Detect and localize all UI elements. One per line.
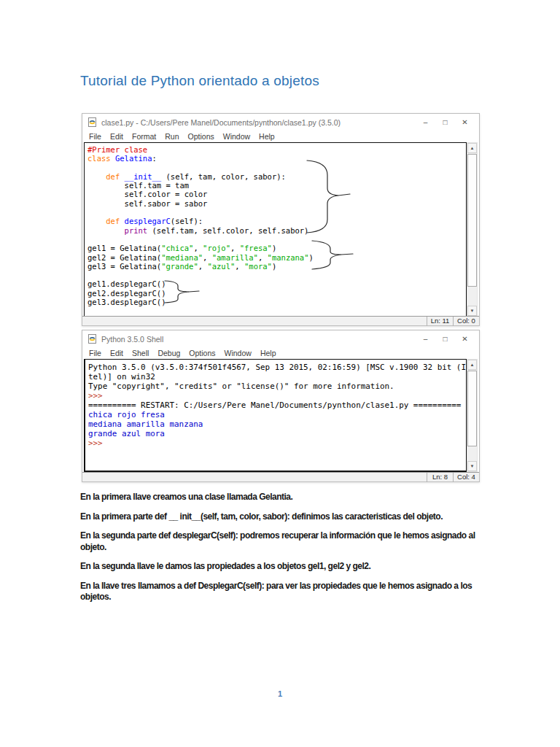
code-line: gel2 = Gelatina("mediana", "amarilla", "… [88, 253, 466, 262]
scrollbar-up-icon[interactable]: ▲ [467, 360, 477, 370]
menu-item-help[interactable]: Help [254, 132, 279, 141]
menu-item-shell[interactable]: Shell [128, 349, 153, 357]
code-line: print (self.tam, self.color, self.sabor) [88, 226, 466, 235]
close-button[interactable]: ✕ [455, 114, 475, 131]
menu-item-window[interactable]: Window [219, 132, 254, 141]
minimize-button[interactable]: – [416, 330, 435, 347]
status-line: Ln: 8 [427, 473, 453, 482]
page-number: 1 [0, 689, 560, 698]
menu-item-run[interactable]: Run [160, 132, 183, 141]
paragraph: En la segunda llave le damos las propied… [80, 561, 478, 573]
shell-window: Python 3.5.0 Shell – □ ✕ FileEditShellDe… [82, 330, 480, 482]
status-line: Ln: 11 [427, 317, 453, 326]
code-line: Type "copyright", "credits" or "license(… [88, 382, 466, 391]
menu-item-file[interactable]: File [85, 349, 106, 357]
code-line: ========== RESTART: C:/Users/Pere Manel/… [88, 400, 466, 410]
status-col: Col: 4 [453, 473, 479, 482]
page-title: Tutorial de Python orientado a objetos [80, 73, 319, 89]
shell-statusbar: Ln: 8 Col: 4 [82, 472, 479, 481]
menu-item-window[interactable]: Window [220, 349, 256, 357]
editor-titlebar: clase1.py - C:/Users/Pere Manel/Document… [82, 114, 479, 131]
editor-statusbar: Ln: 11 Col: 0 [82, 316, 479, 325]
code-line: >>> [88, 391, 466, 400]
minimize-button[interactable]: – [416, 114, 435, 131]
menu-item-format[interactable]: Format [128, 132, 160, 141]
menu-item-debug[interactable]: Debug [153, 349, 184, 357]
scrollbar-down-icon[interactable]: ▼ [467, 306, 477, 316]
menu-item-options[interactable]: Options [184, 132, 219, 141]
code-line: #Primer clase [88, 145, 466, 154]
shell-titlebar: Python 3.5.0 Shell – □ ✕ [82, 330, 479, 347]
code-line: Python 3.5.0 (v3.5.0:374f501f4567, Sep 1… [88, 363, 466, 372]
code-line: self.tam = tam [88, 181, 466, 190]
shell-window-title: Python 3.5.0 Shell [101, 335, 416, 344]
code-line: self.color = color [88, 190, 466, 198]
code-line [88, 208, 466, 217]
shell-text-region: Python 3.5.0 (v3.5.0:374f501f4567, Sep 1… [84, 359, 478, 472]
close-button[interactable]: ✕ [455, 330, 475, 347]
code-line: def desplegarC(self): [88, 217, 466, 225]
scrollbar-down-icon[interactable]: ▼ [467, 461, 477, 471]
scrollbar-thumb[interactable] [467, 154, 477, 287]
code-line: self.sabor = sabor [88, 199, 466, 208]
editor-code[interactable]: #Primer claseclass Gelatina: def __init_… [84, 142, 467, 317]
status-col: Col: 0 [453, 317, 479, 326]
menu-item-edit[interactable]: Edit [106, 349, 128, 357]
code-line: gel3.desplegarC() [88, 298, 466, 306]
menu-item-file[interactable]: File [85, 132, 106, 141]
code-line: >>> [88, 438, 466, 448]
code-line: tel)] on win32 [88, 372, 466, 382]
paragraph: En la primera parte def __ init__(self, … [80, 511, 478, 523]
maximize-button[interactable]: □ [435, 114, 455, 131]
scrollbar-track[interactable]: ▲ ▼ [467, 359, 478, 472]
paragraphs: En la primera llave creamos una clase ll… [80, 492, 478, 611]
code-line [88, 163, 466, 172]
code-line: gel1 = Gelatina("chica", "rojo", "fresa"… [88, 244, 466, 252]
paragraph: En la llave tres llamamos a def Desplega… [80, 581, 478, 603]
code-line: def __init__ (self, tam, color, sabor): [88, 172, 466, 181]
paragraph: En la segunda parte def desplegarC(self)… [80, 530, 478, 553]
menu-item-help[interactable]: Help [256, 349, 281, 357]
code-line [88, 235, 466, 244]
scrollbar-up-icon[interactable]: ▲ [467, 143, 477, 153]
code-line: gel1.desplegarC() [88, 279, 466, 288]
code-line [88, 271, 466, 279]
shell-menubar: FileEditShellDebugOptionsWindowHelp [82, 347, 479, 359]
menu-item-options[interactable]: Options [184, 349, 219, 357]
code-line: gel2.desplegarC() [88, 289, 466, 298]
scrollbar-thumb[interactable] [467, 371, 477, 446]
code-line: grande azul mora [88, 429, 466, 438]
scrollbar-track[interactable]: ▲ ▼ [467, 142, 478, 317]
editor-window-title: clase1.py - C:/Users/Pere Manel/Document… [101, 118, 416, 127]
maximize-button[interactable]: □ [435, 330, 455, 347]
idle-icon [88, 334, 97, 344]
shell-output[interactable]: Python 3.5.0 (v3.5.0:374f501f4567, Sep 1… [84, 359, 467, 472]
paragraph: En la primera llave creamos una clase ll… [80, 492, 478, 503]
code-line: gel3 = Gelatina("grande", "azul", "mora"… [88, 262, 466, 271]
editor-text-region: #Primer claseclass Gelatina: def __init_… [84, 142, 478, 317]
editor-menubar: FileEditFormatRunOptionsWindowHelp [82, 131, 479, 142]
code-line: mediana amarilla manzana [88, 419, 466, 429]
code-line: chica rojo fresa [88, 410, 466, 419]
code-line: class Gelatina: [88, 154, 466, 163]
menu-item-edit[interactable]: Edit [106, 132, 128, 141]
idle-icon [88, 117, 97, 127]
editor-window: clase1.py - C:/Users/Pere Manel/Document… [82, 113, 480, 326]
